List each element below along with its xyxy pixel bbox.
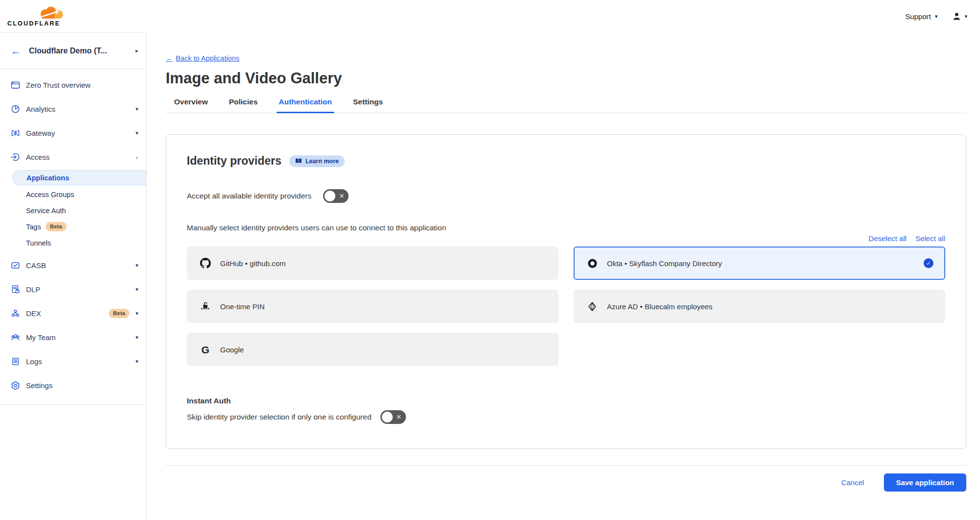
support-label: Support: [905, 12, 931, 21]
sidebar-subitem-label: Applications: [26, 174, 69, 182]
beta-badge: Beta: [109, 309, 130, 318]
provider-name: GitHub • github.com: [220, 259, 286, 268]
sidebar-item-settings[interactable]: Settings: [0, 373, 146, 397]
learn-more-badge[interactable]: Learn more: [289, 155, 345, 167]
provider-tile-okta[interactable]: Okta • Skyflash Company Directory ✓: [574, 247, 945, 280]
sidebar-item-dex[interactable]: DEX Beta ▾: [0, 301, 146, 325]
gateway-icon: [11, 128, 20, 138]
github-icon: [200, 258, 211, 269]
cloudflare-wordmark: CLOUDFLARE: [7, 20, 60, 27]
login-arrow-icon: [11, 152, 20, 162]
card-heading: Identity providers: [187, 154, 281, 168]
back-to-applications-link[interactable]: ← Back to Applications: [166, 54, 239, 62]
user-icon: [952, 12, 961, 21]
network-nodes-icon: [11, 309, 20, 318]
sidebar-item-zero-trust-overview[interactable]: Zero Trust overview: [0, 73, 146, 97]
sidebar-item-tags[interactable]: Tags Beta: [0, 219, 146, 235]
sidebar-item-gateway[interactable]: Gateway ▾: [0, 121, 146, 145]
chevron-down-icon: ▾: [964, 13, 967, 20]
sidebar-subitem-label: Service Auth: [26, 207, 66, 215]
main-content: ← Back to Applications Image and Video G…: [147, 32, 980, 520]
sidebar-subitem-label: Tunnels: [26, 239, 51, 247]
provider-name: Google: [220, 346, 244, 354]
book-icon: [295, 158, 302, 164]
window-icon: [11, 80, 20, 90]
sidebar-item-analytics[interactable]: Analytics ▾: [0, 97, 146, 121]
chevron-down-icon: ▾: [935, 13, 938, 20]
people-icon: [11, 333, 20, 342]
deselect-all-link[interactable]: Deselect all: [869, 234, 907, 243]
instant-auth-heading: Instant Auth: [187, 396, 945, 405]
chevron-down-icon: ▾: [135, 358, 138, 365]
document-lock-icon: [11, 285, 20, 294]
sidebar-item-tunnels[interactable]: Tunnels: [0, 235, 146, 251]
tab-settings[interactable]: Settings: [353, 98, 383, 113]
toggle-off-x-icon: ✕: [339, 193, 344, 199]
sidebar-nav: Zero Trust overview Analytics ▾ Gateway …: [0, 69, 146, 405]
sidebar-item-applications[interactable]: Applications: [12, 170, 146, 185]
pin-mask-text: ****: [201, 308, 210, 311]
sidebar-item-label: Analytics: [26, 105, 135, 113]
accept-all-toggle[interactable]: ✕: [323, 189, 349, 203]
sidebar-item-label: Logs: [26, 357, 135, 366]
provider-tile-one-time-pin[interactable]: **** One-time PIN: [187, 290, 558, 323]
okta-icon: [586, 258, 598, 269]
sidebar-item-dlp[interactable]: DLP ▾: [0, 277, 146, 301]
back-arrow-icon[interactable]: ←: [11, 46, 21, 56]
sidebar-item-label: DLP: [26, 285, 135, 294]
sidebar-item-access-groups[interactable]: Access Groups: [0, 186, 146, 202]
sidebar-item-label: CASB: [26, 261, 135, 270]
sidebar-item-label: Settings: [26, 381, 138, 390]
sidebar-item-service-auth[interactable]: Service Auth: [0, 202, 146, 219]
one-time-pin-lock-icon: ****: [200, 302, 211, 311]
tab-overview[interactable]: Overview: [174, 98, 208, 113]
select-all-link[interactable]: Select all: [915, 234, 945, 243]
sidebar-item-label: DEX: [26, 309, 104, 318]
save-application-button[interactable]: Save application: [884, 473, 966, 492]
provider-tile-azure-ad[interactable]: Azure AD • Bluecalm employees: [574, 290, 945, 323]
chevron-down-icon: ▾: [135, 310, 138, 317]
sidebar-item-logs[interactable]: Logs ▾: [0, 349, 146, 373]
azure-ad-icon: [586, 301, 598, 312]
cloudflare-cloud-icon: [37, 6, 65, 20]
sidebar-item-casb[interactable]: CASB ▾: [0, 253, 146, 277]
tab-bar: Overview Policies Authentication Setting…: [166, 98, 966, 113]
provider-tile-google[interactable]: G Google: [187, 333, 558, 366]
sidebar-subitem-label: Tags: [26, 223, 41, 231]
accept-all-label: Accept all available identity providers: [187, 192, 311, 200]
sidebar-subitem-label: Access Groups: [26, 191, 74, 198]
pie-chart-icon: [11, 104, 20, 114]
beta-badge: Beta: [46, 222, 67, 231]
sidebar-item-label: Gateway: [26, 129, 135, 137]
learn-more-label: Learn more: [305, 158, 339, 165]
sidebar-item-label: Zero Trust overview: [26, 81, 138, 89]
user-menu[interactable]: ▾: [952, 12, 967, 21]
provider-tile-github[interactable]: GitHub • github.com: [187, 247, 558, 280]
support-menu[interactable]: Support ▾: [905, 12, 937, 21]
provider-name: One-time PIN: [220, 302, 265, 311]
sidebar-item-label: Access: [26, 153, 135, 161]
cloudflare-logo[interactable]: CLOUDFLARE: [7, 4, 70, 28]
chevron-down-icon: ▾: [135, 130, 138, 136]
chevron-down-icon: ▾: [135, 286, 138, 293]
access-subnav: Applications Access Groups Service Auth …: [0, 170, 146, 251]
cancel-button[interactable]: Cancel: [841, 478, 864, 487]
sidebar-item-access[interactable]: Access ▴: [0, 145, 146, 169]
tab-authentication[interactable]: Authentication: [279, 98, 332, 113]
tab-policies[interactable]: Policies: [229, 98, 258, 113]
sidebar-item-my-team[interactable]: My Team ▾: [0, 325, 146, 349]
toggle-knob: [325, 191, 335, 201]
chevron-down-icon: ▾: [135, 334, 138, 341]
page-title: Image and Video Gallery: [166, 70, 966, 87]
account-switcher[interactable]: ← Cloudflare Demo (T... ▸: [0, 33, 146, 69]
chevron-right-icon: ▸: [135, 48, 138, 54]
instant-auth-toggle[interactable]: ✕: [380, 410, 406, 424]
topbar: CLOUDFLARE Support ▾ ▾: [0, 0, 980, 32]
account-name: Cloudflare Demo (T...: [29, 47, 127, 55]
selected-check-icon: ✓: [924, 258, 933, 268]
toggle-off-x-icon: ✕: [396, 414, 401, 421]
provider-grid: GitHub • github.com Okta • Skyflash Comp…: [187, 247, 945, 366]
footer-actions: Cancel Save application: [166, 473, 966, 492]
sidebar: ← Cloudflare Demo (T... ▸ Zero Trust ove…: [0, 32, 147, 520]
shield-check-icon: [11, 261, 20, 270]
